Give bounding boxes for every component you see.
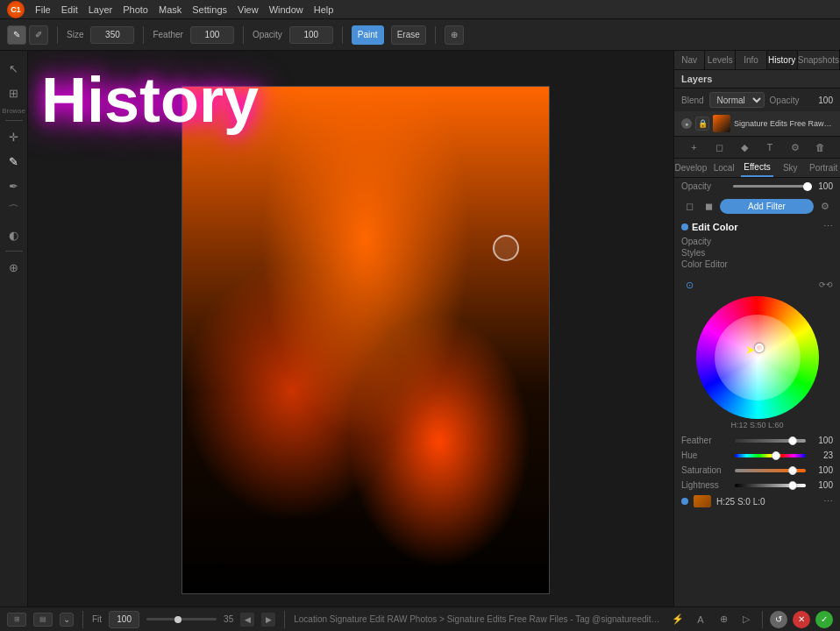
list-view-btn[interactable]: ▤ [33, 613, 53, 627]
zoom-slider[interactable] [146, 618, 217, 620]
side-sep-1 [5, 120, 23, 121]
toolbar-sep-4 [342, 26, 343, 44]
feather-knob[interactable] [788, 436, 797, 445]
layer-color-btn[interactable]: ◆ [737, 140, 751, 154]
hue-knob[interactable] [772, 451, 780, 460]
filter-mask-btn[interactable]: ◻ [681, 198, 697, 214]
layer-visibility[interactable]: ● [681, 118, 692, 129]
menu-mask[interactable]: Mask [159, 4, 182, 15]
opacity-value: 100 [818, 96, 833, 105]
layer-lock[interactable]: 🔒 [695, 117, 709, 131]
tool-select[interactable]: ✛ [4, 126, 25, 147]
color-item-more[interactable]: ⋯ [823, 496, 833, 507]
feather-slider-row: Feather 100 [674, 433, 840, 448]
layer-add-btn[interactable]: + [687, 140, 701, 154]
size-input[interactable] [90, 26, 134, 44]
side-sep-2 [5, 251, 23, 252]
feather-value: 100 [811, 436, 833, 445]
lightness-track[interactable] [735, 484, 806, 487]
zoom-input[interactable] [109, 611, 139, 628]
brush-tool-btn[interactable]: ✎ [7, 25, 26, 45]
toolbar-sep-2 [143, 26, 144, 44]
status-icon-4[interactable]: ▷ [737, 611, 755, 628]
sort-btn[interactable]: ⌄ [60, 613, 74, 627]
hue-track[interactable] [735, 454, 806, 457]
browse-label: Browse [2, 107, 25, 115]
undo-btn[interactable]: ↺ [770, 611, 787, 628]
toolbar-sep-3 [243, 26, 244, 44]
layer-text-btn[interactable]: T [763, 140, 777, 154]
lightness-knob[interactable] [788, 481, 797, 490]
effects-opacity-value: 100 [811, 181, 833, 191]
add-filter-button[interactable]: Add Filter [720, 199, 814, 214]
filter-camera-btn[interactable]: ◼ [701, 198, 716, 214]
color-wheel[interactable]: ➤ [696, 296, 819, 419]
blend-select[interactable]: Normal [709, 92, 765, 108]
color-wheel-inner [715, 315, 801, 401]
saturation-track[interactable] [735, 469, 806, 472]
tool-browse[interactable]: ⊞ [4, 82, 25, 103]
tab-portrait[interactable]: Portrait [807, 159, 840, 177]
menu-photo[interactable]: Photo [123, 4, 148, 15]
layer-settings-btn[interactable]: ⚙ [788, 140, 802, 154]
tab-effects[interactable]: Effects [741, 159, 774, 177]
status-icon-1[interactable]: ⚡ [669, 611, 687, 628]
status-sep-2 [284, 611, 285, 628]
prev-btn[interactable]: ◀ [240, 613, 254, 627]
tab-info[interactable]: Info [736, 51, 766, 69]
effect-tabs: Develop Local Effects Sky Portrait [674, 159, 840, 178]
zoom-thumb[interactable] [174, 616, 182, 623]
layer-delete-btn[interactable]: 🗑 [814, 140, 828, 154]
tool-lasso[interactable]: ⌒ [4, 200, 25, 221]
tab-history[interactable]: History [767, 51, 798, 69]
color-item-dot [681, 498, 688, 505]
tool-brush[interactable]: ✎ [4, 151, 25, 172]
next-btn[interactable]: ▶ [261, 613, 275, 627]
menu-settings[interactable]: Settings [192, 4, 227, 15]
size-label: Size [67, 30, 83, 39]
color-eyedropper-btn[interactable]: ⊙ [681, 277, 697, 293]
menu-edit[interactable]: Edit [61, 4, 78, 15]
brush-circle-handle[interactable] [493, 235, 519, 261]
tab-sky[interactable]: Sky [773, 159, 807, 177]
erase-btn[interactable]: Erase [391, 25, 426, 45]
main-image [182, 86, 550, 594]
tool-cursor[interactable]: ↖ [4, 58, 25, 79]
color-arrow: ➤ [745, 343, 756, 357]
tab-levels[interactable]: Levels [705, 51, 736, 69]
color-cursor[interactable] [755, 344, 764, 352]
layer-thumbnail [713, 115, 730, 132]
paint-btn[interactable]: Paint [352, 25, 384, 45]
feather-track[interactable] [735, 439, 806, 443]
menu-window[interactable]: Window [269, 4, 303, 15]
tool-more[interactable]: ⊕ [4, 257, 25, 278]
status-icon-2[interactable]: A [692, 611, 709, 628]
tool-mask[interactable]: ◐ [4, 224, 25, 245]
edit-color-more[interactable]: ⋯ [823, 221, 833, 232]
menu-layer[interactable]: Layer [89, 4, 113, 15]
effects-opacity-track[interactable] [733, 185, 808, 188]
status-icon-3[interactable]: ⊕ [715, 611, 732, 628]
grid-view-btn[interactable]: ⊞ [7, 613, 26, 627]
menu-view[interactable]: View [238, 4, 259, 15]
menu-help[interactable]: Help [314, 4, 334, 15]
tool-pen[interactable]: ✒ [4, 175, 25, 196]
toolbar: ✎ ✐ Size Feather Opacity Paint Erase ⊕ [0, 19, 840, 51]
tab-nav[interactable]: Nav [674, 51, 705, 69]
feather-input[interactable] [190, 26, 234, 44]
tab-local[interactable]: Local [708, 159, 741, 177]
edit-color-opacity-label: Opacity [681, 237, 711, 246]
saturation-knob[interactable] [788, 466, 797, 475]
layer-mask-btn[interactable]: ◻ [712, 140, 726, 154]
brush-alt-btn[interactable]: ✐ [29, 25, 48, 45]
filter-settings-btn[interactable]: ⚙ [817, 198, 833, 214]
status-bar: ⊞ ▤ ⌄ Fit 35 ◀ ▶ Location Signature Edit… [0, 606, 840, 631]
menu-file[interactable]: File [35, 4, 51, 15]
tab-develop[interactable]: Develop [674, 159, 708, 177]
tab-snapshots[interactable]: Snapshots [798, 51, 840, 69]
tool-extra-btn[interactable]: ⊕ [445, 25, 464, 45]
page-number: 35 [224, 614, 233, 624]
opacity-input[interactable] [289, 26, 333, 44]
confirm-btn[interactable]: ✓ [815, 611, 833, 628]
reject-btn[interactable]: ✕ [793, 611, 810, 628]
